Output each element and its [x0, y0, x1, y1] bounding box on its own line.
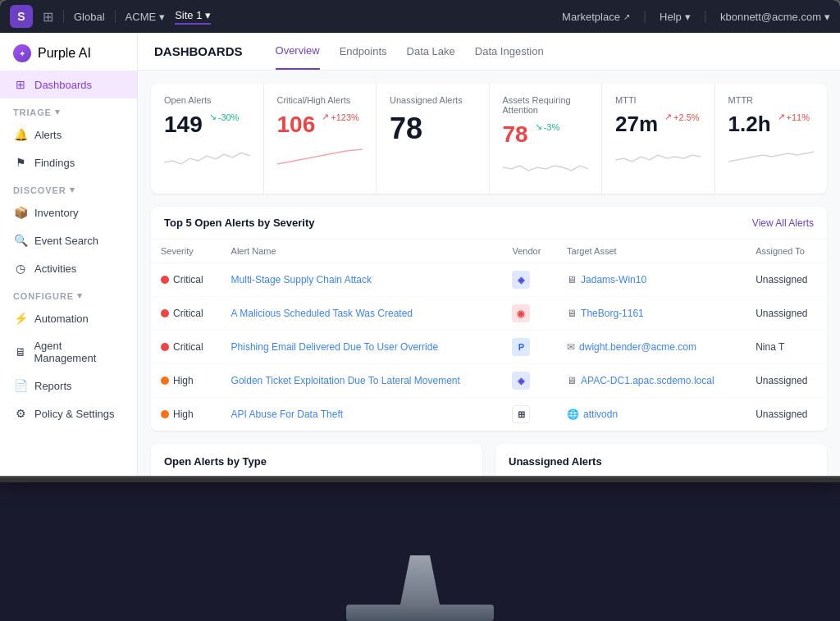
- tab-data-ingestion[interactable]: Data Ingestion: [475, 34, 544, 69]
- nav-global[interactable]: Global: [74, 11, 105, 23]
- chevron-down-icon-triage: ▾: [55, 107, 61, 117]
- tab-overview[interactable]: Overview: [276, 33, 320, 70]
- asset-cell: 🖥Jadams-Win10: [567, 274, 736, 285]
- severity-dot: [161, 343, 169, 351]
- view-all-alerts-link[interactable]: View All Alerts: [752, 217, 814, 229]
- alerts-icon: 🔔: [13, 128, 28, 141]
- alert-name-link[interactable]: Phishing Email Delivered Due To User Ove…: [231, 341, 439, 353]
- sidebar-item-activities[interactable]: ◷ Activities: [0, 254, 137, 282]
- alert-name-link[interactable]: Multi-Stage Supply Chain Attack: [231, 274, 372, 285]
- cell-assigned-to: Nina T: [746, 331, 827, 364]
- purple-ai-label: Purple AI: [38, 46, 91, 61]
- automation-icon: ⚡: [13, 312, 28, 325]
- sidebar-item-reports[interactable]: 📄 Reports: [0, 372, 137, 400]
- nav-site1[interactable]: Site 1 ▾: [175, 9, 211, 25]
- cell-vendor: ◈: [502, 364, 557, 398]
- marketplace-link[interactable]: Marketplace ↗: [562, 11, 630, 23]
- sidebar-item-policy-settings[interactable]: ⚙ Policy & Settings: [0, 400, 137, 427]
- sidebar-item-event-search[interactable]: 🔍 Event Search: [0, 226, 137, 254]
- cell-alert-name[interactable]: Golden Ticket Exploitation Due To Latera…: [221, 364, 503, 398]
- sidebar-section-configure[interactable]: CONFIGURE ▾: [0, 282, 137, 304]
- table-row: CriticalMulti-Stage Supply Chain Attack◈…: [151, 263, 827, 297]
- mtti-change: ↗ +2.5%: [664, 112, 700, 122]
- open-alerts-sparkline: [164, 146, 250, 172]
- content-header: DASHBOARDS Overview Endpoints Data Lake …: [138, 33, 840, 71]
- cell-assigned-to: Unassigned: [746, 364, 827, 398]
- top-nav-right: Marketplace ↗ | Help ▾ | kbonnett@acme.c…: [562, 9, 830, 24]
- open-alerts-by-type-chart: Open Alerts by Type: [151, 444, 482, 476]
- cell-target-asset: ✉dwight.bender@acme.com: [557, 331, 746, 364]
- discover-label: DISCOVER: [13, 185, 66, 195]
- reports-label: Reports: [34, 380, 72, 392]
- asset-name: APAC-DC1.apac.scdemo.local: [581, 375, 714, 386]
- inventory-icon: 📦: [13, 206, 28, 219]
- app-logo[interactable]: S: [10, 5, 33, 28]
- sidebar: ✦ Purple AI ⊞ Dashboards TRIAGE ▾ 🔔 Aler…: [0, 33, 138, 476]
- vendor-icon: ◈: [512, 372, 530, 390]
- col-target-asset: Target Asset: [557, 240, 746, 263]
- cell-alert-name[interactable]: API Abuse For Data Theft: [221, 398, 503, 432]
- sidebar-section-discover[interactable]: DISCOVER ▾: [0, 176, 137, 199]
- severity-badge: High: [161, 409, 212, 420]
- sidebar-item-inventory[interactable]: 📦 Inventory: [0, 199, 137, 226]
- purple-ai-icon: ✦: [13, 44, 31, 62]
- sidebar-section-triage[interactable]: TRIAGE ▾: [0, 98, 137, 121]
- asset-name: attivodn: [583, 409, 618, 420]
- triage-label: TRIAGE: [13, 107, 52, 117]
- alerts-table: Severity Alert Name Vendor Target Asset …: [151, 240, 827, 431]
- metrics-row: Open Alerts 149 ↘ -30%: [151, 84, 827, 194]
- unassigned-alerts-chart: Unassigned Alerts: [495, 444, 827, 476]
- sidebar-item-findings[interactable]: ⚑ Findings: [0, 148, 137, 176]
- asset-name: Jadams-Win10: [581, 274, 646, 285]
- assets-attention-value: 78: [503, 121, 528, 148]
- cell-assigned-to: Unassigned: [746, 398, 827, 432]
- cell-assigned-to: Unassigned: [746, 263, 827, 297]
- table-row: HighGolden Ticket Exploitation Due To La…: [151, 364, 827, 398]
- event-search-label: Event Search: [34, 235, 98, 247]
- sidebar-item-agent-management[interactable]: 🖥 Agent Management: [0, 332, 137, 372]
- policy-settings-label: Policy & Settings: [34, 408, 115, 420]
- nav-acme[interactable]: ACME ▾: [126, 11, 166, 23]
- alert-name-link[interactable]: A Malicious Scheduled Task Was Created: [231, 308, 413, 319]
- unassigned-alerts-label: Unassigned Alerts: [390, 95, 476, 105]
- cell-alert-name[interactable]: A Malicious Scheduled Task Was Created: [221, 297, 503, 331]
- sidebar-item-alerts[interactable]: 🔔 Alerts: [0, 121, 137, 148]
- cell-target-asset: 🖥APAC-DC1.apac.scdemo.local: [557, 364, 746, 398]
- assets-sparkline: [503, 156, 589, 182]
- user-menu[interactable]: kbonnett@acme.com ▾: [720, 11, 830, 23]
- sidebar-item-automation[interactable]: ⚡ Automation: [0, 304, 137, 332]
- automation-label: Automation: [34, 313, 89, 325]
- sidebar-item-dashboards[interactable]: ⊞ Dashboards: [0, 71, 137, 98]
- main-content: DASHBOARDS Overview Endpoints Data Lake …: [138, 33, 840, 476]
- sidebar-item-purple-ai[interactable]: ✦ Purple AI: [0, 33, 137, 71]
- alert-name-link[interactable]: API Abuse For Data Theft: [231, 409, 344, 420]
- asset-cell: ✉dwight.bender@acme.com: [567, 341, 736, 353]
- asset-cell: 🖥TheBorg-1161: [567, 308, 736, 319]
- findings-icon: ⚑: [13, 156, 28, 169]
- cell-alert-name[interactable]: Phishing Email Delivered Due To User Ove…: [221, 331, 503, 364]
- table-row: HighAPI Abuse For Data Theft⊞🌐attivodnUn…: [151, 398, 827, 432]
- asset-cell: 🌐attivodn: [567, 409, 736, 420]
- table-row: CriticalPhishing Email Delivered Due To …: [151, 331, 827, 364]
- severity-badge: High: [161, 375, 212, 386]
- tab-endpoints[interactable]: Endpoints: [340, 34, 387, 69]
- critical-high-change: ↗ +123%: [322, 112, 359, 122]
- mtti-label: MTTI: [615, 95, 701, 105]
- cell-severity: Critical: [151, 331, 221, 364]
- agent-mgmt-icon: 🖥: [13, 345, 27, 358]
- mttr-change: ↗ +11%: [778, 112, 810, 122]
- cell-vendor: ◈: [502, 263, 557, 297]
- down-arrow-icon: ↘: [209, 112, 217, 122]
- alert-name-link[interactable]: Golden Ticket Exploitation Due To Latera…: [231, 375, 460, 386]
- critical-high-label: Critical/High Alerts: [277, 95, 363, 105]
- cell-severity: Critical: [151, 297, 221, 331]
- help-menu[interactable]: Help ▾: [660, 11, 691, 23]
- chevron-down-icon-configure: ▾: [77, 290, 83, 301]
- vendor-icon: P: [512, 338, 530, 356]
- dashboards-label: Dashboards: [34, 79, 92, 91]
- mttr-label: MTTR: [728, 95, 815, 105]
- cell-alert-name[interactable]: Multi-Stage Supply Chain Attack: [221, 263, 503, 297]
- chevron-down-icon-3: ▾: [685, 11, 691, 23]
- tab-data-lake[interactable]: Data Lake: [407, 34, 455, 69]
- cell-vendor: P: [502, 331, 557, 364]
